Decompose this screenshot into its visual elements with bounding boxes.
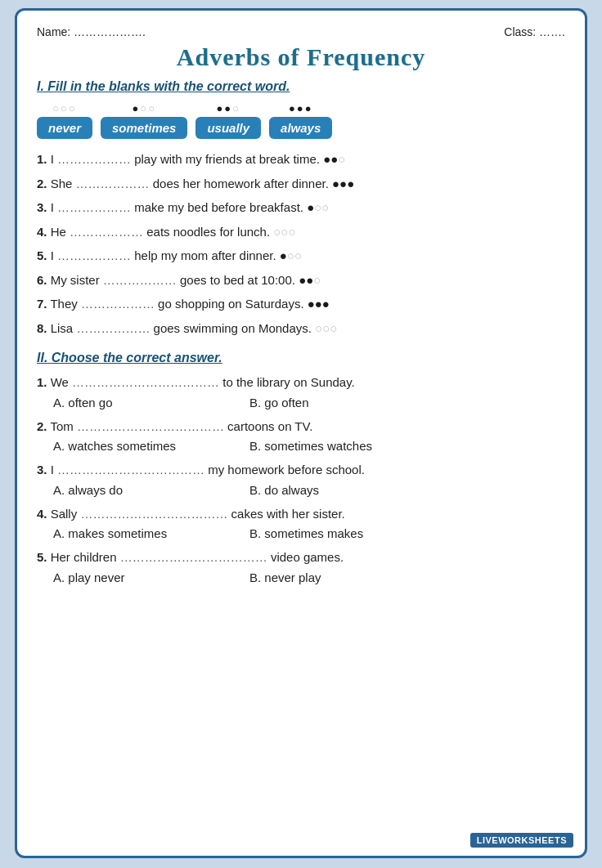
word-item-sometimes: ●○○sometimes bbox=[101, 102, 187, 139]
choose-question-3: 3. I ……………………………… my homework before sch… bbox=[37, 461, 565, 480]
word-button-sometimes[interactable]: sometimes bbox=[101, 117, 187, 139]
option-b-1[interactable]: B. go often bbox=[249, 396, 397, 409]
watermark-label: LIVEWORKSHEETS bbox=[470, 833, 573, 848]
option-a-4[interactable]: A. makes sometimes bbox=[53, 526, 200, 540]
fill-item-4: 4. He ……………… eats noodles for lunch. ○○○ bbox=[37, 223, 565, 242]
word-dots-never: ○○○ bbox=[52, 102, 77, 114]
word-dots-usually: ●●○ bbox=[216, 102, 240, 114]
option-a-3[interactable]: A. always do bbox=[53, 483, 200, 497]
fill-item-6: 6. My sister ……………… goes to bed at 10:00… bbox=[37, 271, 565, 290]
fill-item-7: 7. They ……………… go shopping on Saturdays.… bbox=[37, 295, 565, 314]
choose-item-2: 2. Tom ……………………………… cartoons on TV.A. wa… bbox=[37, 418, 565, 454]
option-b-3[interactable]: B. do always bbox=[249, 483, 397, 497]
word-dots-always: ●●● bbox=[289, 102, 313, 114]
word-bank: ○○○never●○○sometimes●●○usually●●●always bbox=[37, 102, 565, 139]
choose-item-1: 1. We ……………………………… to the library on Sun… bbox=[37, 374, 565, 409]
worksheet: Name: ………………. Class: ……. Adverbs of Freq… bbox=[15, 8, 587, 858]
fill-item-3: 3. I ……………… make my bed before breakfast… bbox=[37, 199, 565, 217]
choose-item-5: 5. Her children ……………………………… video games… bbox=[37, 548, 565, 584]
class-label: Class: ……. bbox=[504, 25, 565, 38]
section2: II. Choose the correct answer. 1. We ………… bbox=[37, 351, 565, 584]
word-item-always: ●●●always bbox=[269, 102, 332, 139]
name-label: Name: ………………. bbox=[37, 25, 146, 38]
option-b-4[interactable]: B. sometimes makes bbox=[249, 526, 397, 540]
word-item-usually: ●●○usually bbox=[195, 102, 261, 139]
option-b-2[interactable]: B. sometimes watches bbox=[249, 439, 397, 453]
word-button-usually[interactable]: usually bbox=[195, 117, 261, 139]
fill-item-2: 2. She ……………… does her homework after di… bbox=[37, 175, 565, 194]
choose-options-5: A. play neverB. never play bbox=[37, 570, 565, 584]
word-dots-sometimes: ●○○ bbox=[132, 102, 156, 114]
choose-options-4: A. makes sometimesB. sometimes makes bbox=[37, 526, 565, 540]
choose-question-4: 4. Sally ……………………………… cakes with her sis… bbox=[37, 505, 565, 524]
fill-item-1: 1. I ……………… play with my friends at brea… bbox=[37, 150, 565, 169]
fill-item-5: 5. I ……………… help my mom after dinner. ●○… bbox=[37, 247, 565, 266]
fill-item-8: 8. Lisa ……………… goes swimming on Mondays.… bbox=[37, 320, 565, 338]
choose-question-1: 1. We ……………………………… to the library on Sun… bbox=[37, 374, 565, 392]
choose-item-3: 3. I ……………………………… my homework before sch… bbox=[37, 461, 565, 497]
option-b-5[interactable]: B. never play bbox=[249, 570, 397, 584]
fill-section: 1. I ……………… play with my friends at brea… bbox=[37, 150, 565, 338]
choose-items: 1. We ……………………………… to the library on Sun… bbox=[37, 374, 565, 584]
choose-question-2: 2. Tom ……………………………… cartoons on TV. bbox=[37, 418, 565, 436]
option-a-5[interactable]: A. play never bbox=[53, 570, 200, 584]
word-button-never[interactable]: never bbox=[37, 117, 92, 139]
choose-question-5: 5. Her children ……………………………… video games… bbox=[37, 548, 565, 567]
word-button-always[interactable]: always bbox=[269, 117, 332, 139]
choose-options-3: A. always doB. do always bbox=[37, 483, 565, 497]
word-item-never: ○○○never bbox=[37, 102, 92, 139]
choose-options-1: A. often goB. go often bbox=[37, 396, 565, 409]
worksheet-title: Adverbs of Frequency bbox=[37, 43, 565, 71]
option-a-1[interactable]: A. often go bbox=[53, 396, 200, 409]
section2-title: II. Choose the correct answer. bbox=[37, 351, 565, 365]
section1-title: I. Fill in the blanks with the correct w… bbox=[37, 79, 565, 94]
choose-item-4: 4. Sally ……………………………… cakes with her sis… bbox=[37, 505, 565, 541]
option-a-2[interactable]: A. watches sometimes bbox=[53, 439, 200, 453]
choose-options-2: A. watches sometimesB. sometimes watches bbox=[37, 439, 565, 453]
